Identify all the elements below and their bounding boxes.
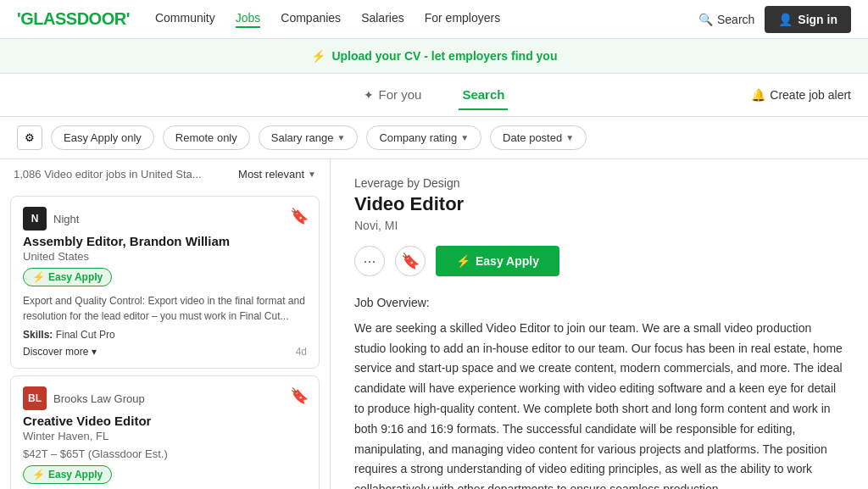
job-card-header: N Night (23, 207, 307, 231)
lightning-icon: ⚡ (456, 254, 470, 268)
easy-apply-btn-label: Easy Apply (476, 254, 539, 268)
signin-icon: 👤 (778, 13, 793, 26)
chevron-down-icon: ▼ (308, 169, 316, 179)
left-panel: 1,086 Video editor jobs in United Sta...… (0, 159, 331, 489)
job-description: Job Overview:We are seeking a skilled Vi… (354, 293, 844, 489)
job-location: Winter Haven, FL (23, 430, 307, 442)
nav-jobs[interactable]: Jobs (236, 11, 261, 28)
remote-only-filter[interactable]: Remote only (163, 125, 250, 150)
date-posted-label: Date posted (503, 131, 562, 144)
signin-button[interactable]: 👤 Sign in (765, 6, 851, 33)
bookmark-button[interactable]: 🔖 (290, 386, 309, 405)
company-name: Night (53, 213, 79, 225)
sliders-icon: ⚙ (25, 131, 35, 144)
detail-job-location: Novi, MI (354, 219, 844, 232)
search-label: Search (717, 13, 754, 26)
chevron-down-icon: ▼ (337, 133, 345, 142)
easy-apply-text: Easy Apply (48, 271, 103, 283)
lightning-icon: ⚡ (311, 49, 326, 63)
chevron-down-icon: ▼ (565, 133, 574, 142)
search-icon: 🔍 (698, 13, 713, 26)
results-header: 1,086 Video editor jobs in United Sta...… (0, 159, 330, 189)
job-actions: ··· 🔖 ⚡ Easy Apply (354, 246, 844, 276)
easy-apply-text: Easy Apply (48, 469, 103, 481)
filter-options-button[interactable]: ⚙ (17, 125, 42, 150)
skills-text: Final Cut Pro (56, 329, 115, 341)
tab-for-you-label: For you (379, 87, 422, 102)
easy-apply-badge: ⚡ Easy Apply (23, 465, 112, 484)
navbar: 'GLASSDOOR' Community Jobs Companies Sal… (0, 0, 868, 39)
nav-community[interactable]: Community (155, 11, 215, 28)
upload-banner[interactable]: ⚡ Upload your CV - let employers find yo… (0, 39, 868, 74)
salary: $42T – $65T (Glassdoor Est.) (23, 447, 307, 460)
salary-range-filter[interactable]: Salary range ▼ (259, 125, 359, 150)
company-rating-filter[interactable]: Company rating ▼ (366, 125, 481, 150)
tabs-bar: ✦ For you Search 🔔 Create job alert (0, 74, 868, 117)
company-logo: N (23, 207, 47, 231)
skills-line: Skills: Final Cut Pro (23, 329, 307, 341)
tab-search-label: Search (462, 87, 504, 102)
job-card-header: BL Brooks Law Group (23, 386, 307, 410)
right-panel: Leverage by Design Video Editor Novi, MI… (331, 159, 868, 489)
save-job-button[interactable]: 🔖 (395, 246, 426, 276)
main-layout: 1,086 Video editor jobs in United Sta...… (0, 159, 868, 489)
date-posted-filter[interactable]: Date posted ▼ (490, 125, 587, 150)
nav-links: Community Jobs Companies Salaries For em… (155, 11, 682, 28)
filters-bar: ⚙ Easy Apply only Remote only Salary ran… (0, 117, 868, 159)
easy-apply-button[interactable]: ⚡ Easy Apply (436, 246, 559, 276)
salary-range-label: Salary range (271, 131, 334, 144)
create-alert-button[interactable]: 🔔 Create job alert (751, 88, 851, 102)
discover-more-label: Discover more ▾ (23, 346, 97, 358)
sort-label: Most relevant (238, 168, 304, 181)
days-ago: 4d (296, 346, 307, 358)
nav-companies[interactable]: Companies (281, 11, 341, 28)
tab-for-you[interactable]: ✦ For you (360, 81, 426, 110)
easy-apply-badge: ⚡ Easy Apply (23, 268, 112, 286)
more-options-button[interactable]: ··· (354, 246, 385, 276)
create-alert-label: Create job alert (770, 88, 851, 102)
nav-right: 🔍 Search 👤 Sign in (698, 6, 851, 33)
chevron-down-icon: ▼ (460, 133, 469, 142)
lightning-icon: ⚡ (32, 469, 45, 481)
bell-icon: 🔔 (751, 88, 765, 102)
job-title: Creative Video Editor (23, 414, 307, 428)
bookmark-button[interactable]: 🔖 (290, 207, 309, 225)
tab-search[interactable]: Search (459, 81, 508, 110)
easy-apply-label: Easy Apply only (64, 131, 142, 144)
company-logo: BL (23, 386, 47, 410)
sort-dropdown[interactable]: Most relevant ▼ (238, 168, 316, 181)
company-rating-label: Company rating (379, 131, 457, 144)
company-name: Brooks Law Group (53, 392, 145, 405)
job-card[interactable]: BL Brooks Law Group 🔖 Creative Video Edi… (10, 375, 320, 489)
discover-more[interactable]: Discover more ▾ 4d (23, 346, 307, 358)
lightning-icon: ⚡ (32, 271, 45, 283)
glassdoor-logo[interactable]: 'GLASSDOOR' (17, 9, 130, 29)
upload-banner-text: Upload your CV - let employers find you (331, 49, 557, 63)
nav-salaries[interactable]: Salaries (361, 11, 404, 28)
job-location: United States (23, 250, 307, 263)
job-card[interactable]: N Night 🔖 Assembly Editor, Brandon Willi… (10, 196, 320, 369)
detail-job-title: Video Editor (354, 193, 844, 215)
for-you-icon: ✦ (364, 88, 374, 102)
job-title: Assembly Editor, Brandon William (23, 234, 307, 248)
results-count: 1,086 Video editor jobs in United Sta... (14, 168, 202, 181)
detail-company-name: Leverage by Design (354, 176, 844, 190)
easy-apply-filter[interactable]: Easy Apply only (51, 125, 154, 150)
remote-only-label: Remote only (175, 131, 237, 144)
job-snippet: Export and Quality Control: Export video… (23, 293, 307, 324)
search-button[interactable]: 🔍 Search (698, 13, 754, 26)
nav-employers[interactable]: For employers (425, 11, 500, 28)
